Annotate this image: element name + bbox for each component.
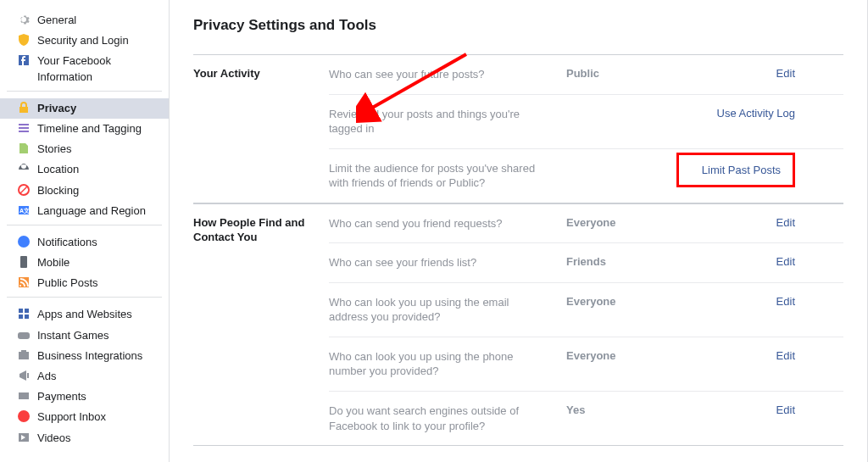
row-label: Do you want search engines outside of Fa…: [329, 404, 566, 433]
sidebar-item-label: Timeline and Tagging: [37, 121, 155, 136]
fb-icon: [17, 53, 31, 67]
mobile-icon: [17, 255, 31, 269]
sidebar-item-label: Location: [37, 162, 155, 177]
sidebar-group: PrivacyTimeline and TaggingStoriesLocati…: [7, 95, 162, 225]
sidebar-item-business-integrations[interactable]: Business Integrations: [7, 346, 162, 366]
stories-icon: [17, 142, 31, 155]
sidebar-item-label: Your Facebook Information: [37, 53, 155, 84]
language-icon: A文: [17, 203, 31, 217]
section-header: Your Activity: [193, 55, 329, 203]
row-label: Who can look you up using the phone numb…: [329, 349, 566, 379]
sidebar-item-label: Notifications: [37, 235, 155, 250]
settings-section: Your ActivityWho can see your future pos…: [193, 54, 843, 203]
sidebar-item-ads[interactable]: Ads: [7, 366, 162, 387]
business-icon: [17, 348, 31, 362]
row-action-edit[interactable]: Edit: [676, 216, 795, 229]
sidebar-item-label: Public Posts: [37, 276, 155, 291]
sidebar-item-your-facebook-information[interactable]: Your Facebook Information: [7, 51, 162, 86]
globe-icon: [17, 235, 31, 248]
settings-row: Who can see your friends list?FriendsEdi…: [329, 243, 843, 283]
row-label: Who can look you up using the email addr…: [329, 295, 566, 325]
sidebar-group: GeneralSecurity and LoginYour Facebook I…: [7, 7, 162, 92]
sidebar-item-support-inbox[interactable]: Support Inbox: [7, 407, 162, 427]
row-label: Limit the audience for posts you've shar…: [329, 161, 566, 191]
settings-row: Who can look you up using the phone numb…: [329, 337, 843, 392]
sidebar-item-label: Privacy: [37, 101, 155, 116]
row-value: Yes: [566, 404, 676, 416]
section-body: Who can see your future posts?PublicEdit…: [329, 55, 843, 203]
row-value: Friends: [566, 255, 676, 268]
sidebar-item-label: Payments: [37, 389, 155, 404]
sidebar-item-mobile[interactable]: Mobile: [7, 253, 162, 273]
sidebar-item-blocking[interactable]: Blocking: [7, 181, 162, 201]
sidebar-item-language-and-region[interactable]: A文Language and Region: [7, 201, 162, 221]
sidebar-item-public-posts[interactable]: Public Posts: [7, 273, 162, 293]
sidebar-item-security-and-login[interactable]: Security and Login: [7, 31, 162, 51]
sidebar-item-general[interactable]: General: [7, 10, 162, 31]
payments-icon: [17, 389, 31, 403]
sidebar-item-label: Apps and Websites: [37, 307, 155, 322]
ads-icon: [17, 369, 31, 382]
sidebar-group: Apps and WebsitesInstant GamesBusiness I…: [7, 301, 162, 451]
apps-icon: [17, 307, 31, 320]
block-icon: [17, 183, 31, 197]
row-value: Public: [566, 67, 676, 80]
settings-row: Limit the audience for posts you've shar…: [329, 149, 843, 203]
sidebar-item-stories[interactable]: Stories: [7, 139, 162, 159]
row-action-edit[interactable]: Edit: [676, 67, 795, 80]
sidebar-item-instant-games[interactable]: Instant Games: [7, 326, 162, 346]
row-action-edit[interactable]: Edit: [676, 255, 795, 268]
games-icon: [17, 328, 31, 342]
sidebar-item-apps-and-websites[interactable]: Apps and Websites: [7, 304, 162, 325]
sidebar-item-label: Business Integrations: [37, 348, 155, 364]
rss-icon: [17, 276, 31, 289]
row-value: Everyone: [566, 216, 676, 229]
row-label: Review all your posts and things you're …: [329, 107, 566, 136]
sidebar-item-label: Security and Login: [37, 33, 155, 48]
row-action-edit[interactable]: Edit: [676, 295, 795, 308]
sidebar-item-label: General: [37, 13, 155, 28]
settings-row: Who can see your future posts?PublicEdit: [329, 55, 843, 95]
support-icon: [17, 409, 31, 423]
sidebar-item-label: Videos: [37, 431, 155, 446]
sidebar-item-label: Mobile: [37, 255, 155, 270]
row-action-edit[interactable]: Edit: [676, 404, 795, 416]
sidebar-item-notifications[interactable]: Notifications: [7, 232, 162, 253]
shield-icon: [17, 33, 31, 47]
gear-icon: [17, 13, 31, 26]
location-icon: [17, 162, 31, 175]
settings-sidebar: GeneralSecurity and LoginYour Facebook I…: [0, 0, 170, 462]
settings-row: Who can look you up using the email addr…: [329, 283, 843, 337]
page-title: Privacy Settings and Tools: [193, 17, 843, 34]
videos-icon: [17, 431, 31, 444]
sidebar-item-videos[interactable]: Videos: [7, 428, 162, 448]
section-header: How People Find and Contact You: [193, 204, 329, 445]
sidebar-item-payments[interactable]: Payments: [7, 387, 162, 407]
sidebar-group: NotificationsMobilePublic Posts: [7, 229, 162, 298]
row-action-edit[interactable]: Edit: [676, 349, 795, 362]
settings-sections: Your ActivityWho can see your future pos…: [193, 54, 843, 446]
sidebar-item-privacy[interactable]: Privacy: [0, 98, 169, 119]
settings-row: Review all your posts and things you're …: [329, 95, 843, 149]
main-content: Privacy Settings and Tools Your Activity…: [170, 0, 868, 462]
row-value: Everyone: [566, 295, 676, 308]
section-body: Who can send you friend requests?Everyon…: [329, 204, 843, 445]
lock-icon: [17, 101, 31, 114]
settings-row: Who can send you friend requests?Everyon…: [329, 204, 843, 244]
row-label: Who can see your friends list?: [329, 255, 566, 270]
row-action-use-activity-log[interactable]: Use Activity Log: [676, 107, 795, 120]
row-label: Who can see your future posts?: [329, 67, 566, 82]
sidebar-item-label: Language and Region: [37, 203, 155, 219]
sidebar-item-location[interactable]: Location: [7, 159, 162, 180]
sidebar-item-label: Instant Games: [37, 328, 155, 343]
timeline-icon: [17, 121, 31, 135]
sidebar-item-label: Stories: [37, 142, 155, 157]
row-value: Everyone: [566, 349, 676, 362]
row-label: Who can send you friend requests?: [329, 216, 566, 231]
sidebar-item-label: Blocking: [37, 183, 155, 198]
sidebar-item-label: Support Inbox: [37, 409, 155, 425]
row-action-limit-past-posts[interactable]: Limit Past Posts: [676, 153, 795, 187]
settings-row: Do you want search engines outside of Fa…: [329, 392, 843, 445]
settings-section: How People Find and Contact YouWho can s…: [193, 203, 843, 445]
sidebar-item-timeline-and-tagging[interactable]: Timeline and Tagging: [7, 119, 162, 139]
